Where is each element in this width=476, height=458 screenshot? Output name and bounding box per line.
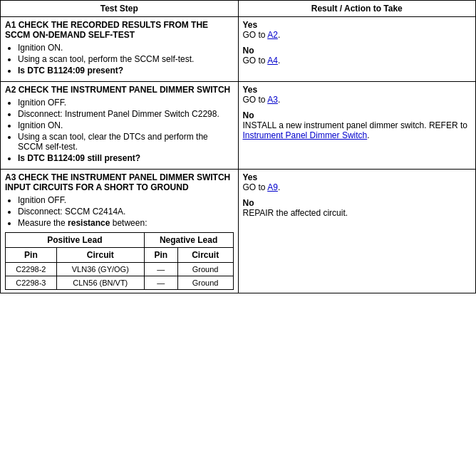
negative-lead-header: Negative Lead	[144, 233, 233, 248]
sub-header-0: Pin	[6, 248, 57, 263]
table-cell: CLN56 (BN/VT)	[56, 276, 144, 290]
section-left-A1: A1 CHECK THE RECORDED RESULTS FROM THE S…	[1, 17, 239, 82]
result-text: INSTALL a new instrument panel dimmer sw…	[243, 120, 472, 140]
list-item: Is DTC B1124:09 still present?	[18, 153, 234, 163]
list-item: Measure the resistance between:	[18, 218, 234, 228]
table-cell: C2298-3	[6, 276, 57, 290]
result-text: GO to A3.	[243, 95, 472, 105]
yes-no-block-1: NoREPAIR the affected circuit.	[243, 198, 472, 218]
section-right-A1: YesGO to A2.NoGO to A4.	[238, 17, 476, 82]
main-table: Test Step Result / Action to Take A1 CHE…	[0, 0, 476, 293]
list-item: Disconnect: Instrument Panel Dimmer Swit…	[18, 109, 234, 119]
list-item: Using a scan tool, clear the DTCs and pe…	[18, 132, 234, 152]
list-item: Ignition OFF.	[18, 98, 234, 108]
table-cell: —	[144, 276, 177, 290]
result-link-Instrument Panel Dimmer Switch[interactable]: Instrument Panel Dimmer Switch	[243, 130, 368, 140]
section-title-A3: A3 CHECK THE INSTRUMENT PANEL DIMMER SWI…	[5, 172, 234, 192]
section-left-A2: A2 CHECK THE INSTRUMENT PANEL DIMMER SWI…	[1, 82, 239, 170]
result-link-A9[interactable]: A9	[267, 182, 278, 192]
result-link-A3[interactable]: A3	[267, 95, 278, 105]
positive-lead-header: Positive Lead	[6, 233, 145, 248]
section-title-A1: A1 CHECK THE RECORDED RESULTS FROM THE S…	[5, 20, 234, 40]
section-right-A2: YesGO to A3.NoINSTALL a new instrument p…	[238, 82, 476, 170]
result-link-A2[interactable]: A2	[267, 30, 278, 40]
section-list-A1: Ignition ON.Using a scan tool, perform t…	[18, 43, 234, 76]
result-link-A4[interactable]: A4	[267, 56, 278, 66]
col-header-test-step: Test Step	[1, 1, 239, 17]
sub-header-3: Circuit	[177, 248, 233, 263]
result-text: REPAIR the affected circuit.	[243, 208, 472, 218]
sub-header-2: Pin	[144, 248, 177, 263]
no-label: No	[243, 46, 472, 56]
no-label: No	[243, 110, 472, 120]
circuit-table: Positive LeadNegative LeadPinCircuitPinC…	[5, 232, 234, 290]
yes-no-block-1: NoGO to A4.	[243, 46, 472, 66]
list-item: Disconnect: SCCM C2414A.	[18, 207, 234, 217]
table-row: C2298-2VLN36 (GY/OG)—Ground	[6, 263, 234, 276]
section-title-A2: A2 CHECK THE INSTRUMENT PANEL DIMMER SWI…	[5, 85, 234, 95]
result-text: GO to A2.	[243, 30, 472, 40]
section-list-A2: Ignition OFF.Disconnect: Instrument Pane…	[18, 98, 234, 163]
section-list-A3: Ignition OFF.Disconnect: SCCM C2414A.Mea…	[18, 195, 234, 228]
col-header-result: Result / Action to Take	[238, 1, 476, 17]
yes-no-block-0: YesGO to A2.	[243, 20, 472, 40]
section-right-A3: YesGO to A9.NoREPAIR the affected circui…	[238, 170, 476, 293]
yes-no-block-1: NoINSTALL a new instrument panel dimmer …	[243, 110, 472, 140]
yes-label: Yes	[243, 172, 472, 182]
yes-no-block-0: YesGO to A3.	[243, 85, 472, 105]
list-item: Ignition ON.	[18, 120, 234, 130]
yes-no-block-0: YesGO to A9.	[243, 172, 472, 192]
list-item: Ignition OFF.	[18, 195, 234, 205]
table-row: C2298-3CLN56 (BN/VT)—Ground	[6, 276, 234, 290]
list-item: Using a scan tool, perform the SCCM self…	[18, 54, 234, 64]
result-text: GO to A9.	[243, 182, 472, 192]
table-cell: Ground	[177, 276, 233, 290]
list-item: Ignition ON.	[18, 43, 234, 53]
table-cell: Ground	[177, 263, 233, 276]
result-text: GO to A4.	[243, 56, 472, 66]
section-left-A3: A3 CHECK THE INSTRUMENT PANEL DIMMER SWI…	[1, 170, 239, 293]
table-cell: C2298-2	[6, 263, 57, 276]
sub-header-1: Circuit	[56, 248, 144, 263]
no-label: No	[243, 198, 472, 208]
table-cell: —	[144, 263, 177, 276]
list-item: Is DTC B1124:09 present?	[18, 66, 234, 76]
table-cell: VLN36 (GY/OG)	[56, 263, 144, 276]
yes-label: Yes	[243, 20, 472, 30]
yes-label: Yes	[243, 85, 472, 95]
